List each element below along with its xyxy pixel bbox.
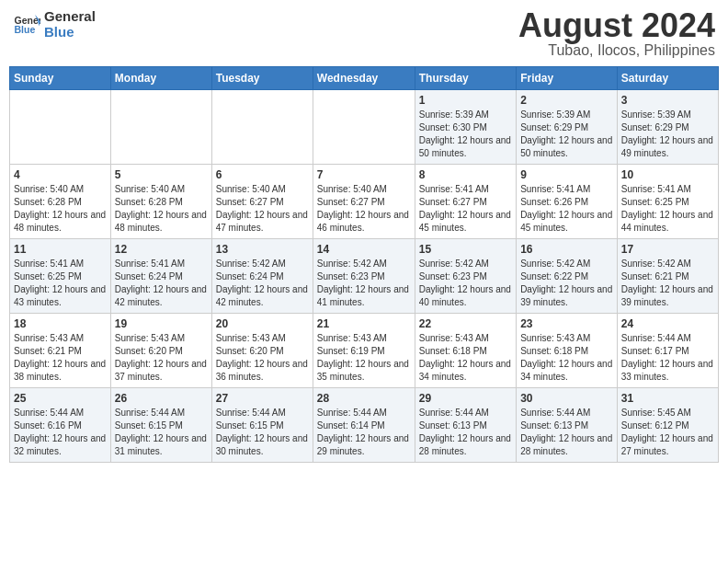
calendar-cell: 29Sunrise: 5:44 AM Sunset: 6:13 PM Dayli… [415,388,516,463]
calendar-cell [110,90,211,165]
day-number: 16 [520,243,613,256]
calendar-cell [313,90,415,165]
day-number: 31 [621,392,714,405]
calendar-cell: 9Sunrise: 5:41 AM Sunset: 6:26 PM Daylig… [517,165,618,239]
day-number: 14 [317,243,411,256]
logo-text-line2: Blue [44,25,96,40]
svg-text:Blue: Blue [15,24,36,35]
day-number: 19 [115,317,208,330]
day-info: Sunrise: 5:40 AM Sunset: 6:27 PM Dayligh… [216,183,309,235]
day-info: Sunrise: 5:39 AM Sunset: 6:30 PM Dayligh… [419,109,512,160]
calendar-cell: 7Sunrise: 5:40 AM Sunset: 6:27 PM Daylig… [313,165,415,239]
day-info: Sunrise: 5:39 AM Sunset: 6:29 PM Dayligh… [520,109,613,160]
calendar-cell: 16Sunrise: 5:42 AM Sunset: 6:22 PM Dayli… [517,239,618,314]
day-info: Sunrise: 5:44 AM Sunset: 6:15 PM Dayligh… [216,407,309,458]
calendar-week-row: 4Sunrise: 5:40 AM Sunset: 6:28 PM Daylig… [10,165,719,239]
day-info: Sunrise: 5:42 AM Sunset: 6:23 PM Dayligh… [317,258,411,309]
day-number: 23 [520,317,613,330]
day-info: Sunrise: 5:44 AM Sunset: 6:16 PM Dayligh… [14,407,107,458]
day-number: 6 [216,168,309,181]
calendar-cell: 31Sunrise: 5:45 AM Sunset: 6:12 PM Dayli… [617,388,718,463]
page-header: General Blue General Blue August 2024 Tu… [9,9,719,59]
calendar-cell: 21Sunrise: 5:43 AM Sunset: 6:19 PM Dayli… [313,314,415,388]
day-info: Sunrise: 5:42 AM Sunset: 6:22 PM Dayligh… [520,258,613,309]
day-number: 21 [317,317,411,330]
calendar-table: SundayMondayTuesdayWednesdayThursdayFrid… [9,66,719,463]
day-header-sunday: Sunday [10,67,111,90]
day-info: Sunrise: 5:44 AM Sunset: 6:17 PM Dayligh… [621,332,714,384]
calendar-cell [211,90,313,165]
calendar-cell: 20Sunrise: 5:43 AM Sunset: 6:20 PM Dayli… [211,314,313,388]
day-info: Sunrise: 5:43 AM Sunset: 6:19 PM Dayligh… [317,332,411,384]
day-number: 20 [216,317,309,330]
day-header-tuesday: Tuesday [211,67,313,90]
day-info: Sunrise: 5:41 AM Sunset: 6:27 PM Dayligh… [419,183,512,235]
calendar-cell [10,90,111,165]
day-info: Sunrise: 5:43 AM Sunset: 6:18 PM Dayligh… [419,332,512,384]
day-number: 5 [115,168,208,181]
day-number: 10 [621,168,714,181]
day-info: Sunrise: 5:43 AM Sunset: 6:21 PM Dayligh… [14,332,107,384]
calendar-cell: 26Sunrise: 5:44 AM Sunset: 6:15 PM Dayli… [110,388,211,463]
day-number: 12 [115,243,208,256]
calendar-cell: 14Sunrise: 5:42 AM Sunset: 6:23 PM Dayli… [313,239,415,314]
logo-icon: General Blue [13,11,40,39]
calendar-subtitle: Tubao, Ilocos, Philippines [518,42,715,59]
day-number: 2 [520,94,613,107]
calendar-cell: 28Sunrise: 5:44 AM Sunset: 6:14 PM Dayli… [313,388,415,463]
day-info: Sunrise: 5:44 AM Sunset: 6:13 PM Dayligh… [520,407,613,458]
day-number: 7 [317,168,411,181]
day-number: 29 [419,392,512,405]
calendar-cell: 23Sunrise: 5:43 AM Sunset: 6:18 PM Dayli… [517,314,618,388]
day-info: Sunrise: 5:40 AM Sunset: 6:27 PM Dayligh… [317,183,411,235]
calendar-cell: 6Sunrise: 5:40 AM Sunset: 6:27 PM Daylig… [211,165,313,239]
day-info: Sunrise: 5:41 AM Sunset: 6:25 PM Dayligh… [14,258,107,309]
day-info: Sunrise: 5:42 AM Sunset: 6:21 PM Dayligh… [621,258,714,309]
day-info: Sunrise: 5:43 AM Sunset: 6:20 PM Dayligh… [216,332,309,384]
calendar-header-row: SundayMondayTuesdayWednesdayThursdayFrid… [10,67,719,90]
logo-text-line1: General [44,9,96,25]
day-number: 18 [14,317,107,330]
calendar-cell: 17Sunrise: 5:42 AM Sunset: 6:21 PM Dayli… [617,239,718,314]
day-info: Sunrise: 5:39 AM Sunset: 6:29 PM Dayligh… [621,109,714,160]
calendar-cell: 15Sunrise: 5:42 AM Sunset: 6:23 PM Dayli… [415,239,516,314]
day-info: Sunrise: 5:44 AM Sunset: 6:15 PM Dayligh… [115,407,208,458]
day-number: 24 [621,317,714,330]
day-number: 27 [216,392,309,405]
calendar-week-row: 25Sunrise: 5:44 AM Sunset: 6:16 PM Dayli… [10,388,719,463]
logo: General Blue General Blue [13,9,96,40]
day-number: 25 [14,392,107,405]
day-info: Sunrise: 5:41 AM Sunset: 6:25 PM Dayligh… [621,183,714,235]
calendar-week-row: 1Sunrise: 5:39 AM Sunset: 6:30 PM Daylig… [10,90,719,165]
day-header-monday: Monday [110,67,211,90]
calendar-cell: 10Sunrise: 5:41 AM Sunset: 6:25 PM Dayli… [617,165,718,239]
day-header-saturday: Saturday [617,67,718,90]
day-number: 13 [216,243,309,256]
day-number: 3 [621,94,714,107]
day-number: 17 [621,243,714,256]
calendar-cell: 2Sunrise: 5:39 AM Sunset: 6:29 PM Daylig… [517,90,618,165]
calendar-cell: 13Sunrise: 5:42 AM Sunset: 6:24 PM Dayli… [211,239,313,314]
calendar-cell: 27Sunrise: 5:44 AM Sunset: 6:15 PM Dayli… [211,388,313,463]
day-info: Sunrise: 5:40 AM Sunset: 6:28 PM Dayligh… [115,183,208,235]
day-info: Sunrise: 5:43 AM Sunset: 6:20 PM Dayligh… [115,332,208,384]
calendar-cell: 11Sunrise: 5:41 AM Sunset: 6:25 PM Dayli… [10,239,111,314]
day-number: 11 [14,243,107,256]
calendar-cell: 22Sunrise: 5:43 AM Sunset: 6:18 PM Dayli… [415,314,516,388]
day-info: Sunrise: 5:41 AM Sunset: 6:24 PM Dayligh… [115,258,208,309]
calendar-week-row: 11Sunrise: 5:41 AM Sunset: 6:25 PM Dayli… [10,239,719,314]
day-info: Sunrise: 5:41 AM Sunset: 6:26 PM Dayligh… [520,183,613,235]
calendar-week-row: 18Sunrise: 5:43 AM Sunset: 6:21 PM Dayli… [10,314,719,388]
day-info: Sunrise: 5:44 AM Sunset: 6:14 PM Dayligh… [317,407,411,458]
day-number: 4 [14,168,107,181]
calendar-cell: 30Sunrise: 5:44 AM Sunset: 6:13 PM Dayli… [517,388,618,463]
day-number: 30 [520,392,613,405]
day-number: 15 [419,243,512,256]
day-header-thursday: Thursday [415,67,516,90]
day-header-wednesday: Wednesday [313,67,415,90]
calendar-cell: 12Sunrise: 5:41 AM Sunset: 6:24 PM Dayli… [110,239,211,314]
day-info: Sunrise: 5:40 AM Sunset: 6:28 PM Dayligh… [14,183,107,235]
day-number: 1 [419,94,512,107]
calendar-cell: 24Sunrise: 5:44 AM Sunset: 6:17 PM Dayli… [617,314,718,388]
day-number: 28 [317,392,411,405]
